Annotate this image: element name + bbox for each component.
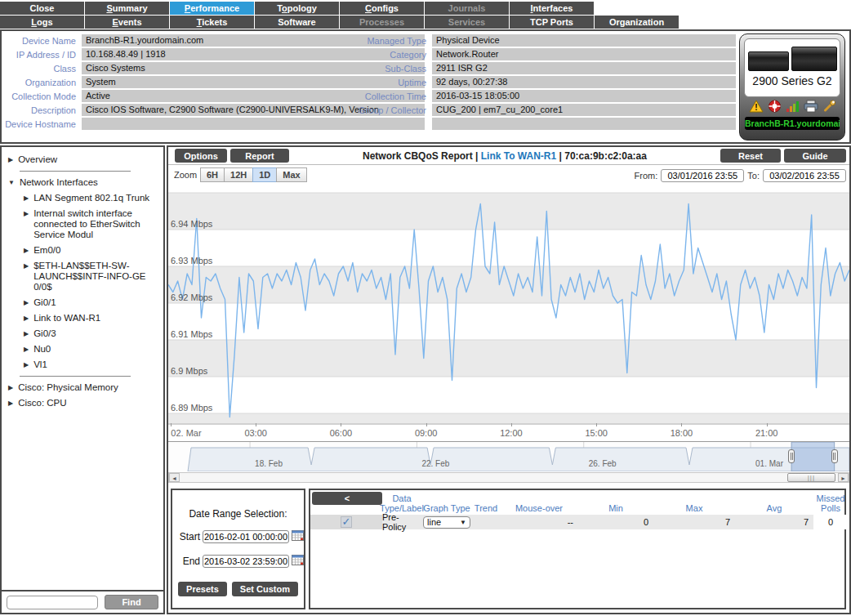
x-axis-tick <box>256 423 256 426</box>
sidebar-item-label: Internal switch interface connected to E… <box>33 208 162 240</box>
sidebar-item-lan-segment-802-1q-trunk[interactable]: ▶LAN Segment 802.1q Trunk <box>2 190 163 206</box>
device-info-label: Collection Time <box>353 92 432 101</box>
sidebar-item-network-interfaces[interactable]: ▼Network Interfaces <box>2 175 163 190</box>
sidebar-item-link-to-wan-r1[interactable]: ▶Link to WAN-R1 <box>2 310 163 326</box>
navigator-left-handle[interactable] <box>788 449 795 463</box>
chevron-right-icon[interactable]: ▶ <box>24 359 29 370</box>
zoom-row: Zoom 6H12H1DMax From: To: <box>168 166 849 185</box>
find-input[interactable] <box>7 596 98 609</box>
navigator-label: 22. Feb <box>421 459 449 468</box>
tab-summary[interactable]: Summary <box>85 2 169 15</box>
graph-type-select[interactable]: line▼ <box>423 516 470 529</box>
navigator-right-handle[interactable] <box>831 449 838 463</box>
sidebar-item-overview[interactable]: ▶Overview <box>2 152 163 167</box>
start-date-input[interactable] <box>203 530 289 543</box>
series-checkbox[interactable]: ✓ <box>341 516 352 528</box>
mouse-over-value: -- <box>500 515 578 529</box>
report-title-prefix: Network CBQoS Report | <box>363 150 478 162</box>
options-button[interactable]: Options <box>175 149 227 163</box>
column-header-graph-type: Graph Type <box>421 490 472 515</box>
tab-performance[interactable]: Performance <box>170 2 254 15</box>
find-button[interactable]: Find <box>105 595 158 609</box>
chart-navigator[interactable]: 18. Feb22. Feb26. Feb01. Mar <box>168 441 849 471</box>
chart-scrollbar[interactable]: ◄|||► <box>168 472 849 483</box>
sidebar-item-internal-switch-interface-connected-to-e[interactable]: ▶Internal switch interface connected to … <box>2 206 163 243</box>
reset-button[interactable]: Reset <box>720 149 781 163</box>
zoom-1d-button[interactable]: 1D <box>252 167 277 182</box>
lifebuoy-icon[interactable] <box>768 100 782 116</box>
start-label: Start <box>176 531 200 542</box>
chevron-right-icon[interactable]: ▶ <box>24 245 29 256</box>
chevron-right-icon[interactable]: ▶ <box>24 297 29 308</box>
chevron-right-icon[interactable]: ▶ <box>8 154 13 165</box>
set-custom-button[interactable]: Set Custom <box>232 582 298 596</box>
end-label: End <box>176 556 200 567</box>
sidebar-item-label: Cisco: CPU <box>18 398 66 408</box>
y-axis-label: 6.9 Mbps <box>171 366 207 376</box>
report-panel: Options Report Network CBQoS Report | Li… <box>167 145 851 614</box>
chevron-right-icon[interactable]: ▶ <box>24 344 29 355</box>
y-axis-label: 6.94 Mbps <box>171 219 212 229</box>
navigator-label: 26. Feb <box>589 459 617 468</box>
tab-configs[interactable]: Configs <box>340 2 424 15</box>
sidebar-item-eth-lan-eth-sw-launch-intf-info-ge-0-0[interactable]: ▶$ETH-LAN$$ETH-SW-LAUNCH$$INTF-INFO-GE 0… <box>2 258 163 295</box>
device-hostname-badge[interactable]: BranchB-R1.yourdomain <box>745 117 840 130</box>
chevron-down-icon[interactable]: ▼ <box>8 177 15 188</box>
device-card: 2900 Series G2 ! BranchB-R1.yourdomain <box>739 33 845 141</box>
find-bar: Find <box>2 590 163 613</box>
wrench-icon[interactable] <box>822 100 836 116</box>
column-header-min: Min <box>578 490 653 515</box>
column-header-mouse-over: Mouse-over <box>500 490 578 515</box>
tab-software[interactable]: Software <box>255 16 339 29</box>
guide-button[interactable]: Guide <box>784 149 846 163</box>
chevron-right-icon[interactable]: ▶ <box>24 261 29 271</box>
scroll-left-arrow[interactable]: ◄ <box>169 473 180 482</box>
tab-tcp-ports[interactable]: TCP Ports <box>510 16 594 29</box>
tab-interfaces[interactable]: Interfaces <box>510 2 594 15</box>
tab-topology[interactable]: Topology <box>255 2 339 15</box>
graph-type-value: line <box>427 517 441 527</box>
sidebar-item-em0-0[interactable]: ▶Em0/0 <box>2 243 163 258</box>
presets-button[interactable]: Presets <box>178 582 227 596</box>
sidebar-item-vl1[interactable]: ▶Vl1 <box>2 357 163 373</box>
tab-tickets[interactable]: Tickets <box>170 16 254 29</box>
from-input[interactable] <box>661 169 744 182</box>
sidebar-item-gi0-1[interactable]: ▶Gi0/1 <box>2 295 163 310</box>
column-header-max: Max <box>653 490 735 515</box>
bar-chart-icon[interactable] <box>786 100 800 116</box>
x-axis-label: 02. Mar <box>171 428 201 438</box>
chevron-right-icon[interactable]: ▶ <box>8 382 13 393</box>
chevron-right-icon[interactable]: ▶ <box>24 328 29 339</box>
warning-icon[interactable]: ! <box>749 100 764 116</box>
end-date-input[interactable] <box>203 555 289 568</box>
scroll-right-arrow[interactable]: ► <box>838 473 849 482</box>
to-input[interactable] <box>763 169 846 182</box>
chevron-right-icon[interactable]: ▶ <box>8 398 13 408</box>
printer-icon[interactable] <box>804 100 818 116</box>
device-info-panel: Device NameBranchB-R1.yourdomain.comIP A… <box>0 29 851 144</box>
trend-cell <box>472 515 500 529</box>
report-button[interactable]: Report <box>230 149 289 163</box>
sidebar-item-cisco-cpu[interactable]: ▶Cisco: CPU <box>2 395 163 411</box>
device-info-value: Network.Router <box>432 48 736 60</box>
calendar-icon[interactable] <box>292 554 304 569</box>
tab-organization[interactable]: Organization <box>595 16 679 29</box>
chevron-right-icon[interactable]: ▶ <box>24 193 29 203</box>
chevron-right-icon[interactable]: ▶ <box>24 208 29 219</box>
zoom-6h-button[interactable]: 6H <box>200 167 225 182</box>
tab-events[interactable]: Events <box>85 16 169 29</box>
collapse-table-button[interactable]: < <box>312 492 382 505</box>
date-window: From: To: <box>635 169 846 182</box>
chevron-right-icon[interactable]: ▶ <box>24 313 29 324</box>
tab-logs[interactable]: Logs <box>0 16 84 29</box>
calendar-icon[interactable] <box>292 529 304 544</box>
sidebar-item-gi0-3[interactable]: ▶Gi0/3 <box>2 326 163 341</box>
tab-close[interactable]: Close <box>0 2 84 15</box>
interface-link[interactable]: Link To WAN-R1 <box>481 150 556 162</box>
sidebar-item-cisco-physical-memory[interactable]: ▶Cisco: Physical Memory <box>2 380 163 395</box>
column-header-missed-polls: Missed Polls <box>813 490 848 515</box>
sidebar-item-nu0[interactable]: ▶Nu0 <box>2 341 163 357</box>
zoom-max-button[interactable]: Max <box>276 167 306 182</box>
zoom-12h-button[interactable]: 12H <box>224 167 253 182</box>
scrollbar-thumb[interactable]: ||| <box>787 473 835 482</box>
